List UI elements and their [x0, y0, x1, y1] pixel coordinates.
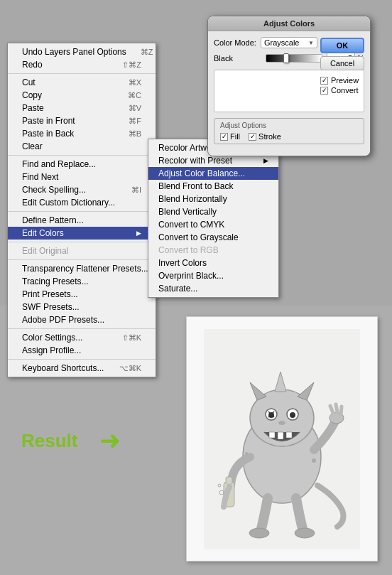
menu-item-edit-original[interactable]: Edit Original [8, 244, 156, 257]
edit-colors-submenu[interactable]: Recolor Artwork... Recolor with Preset A… [148, 139, 279, 298]
color-mode-label: Color Mode: [214, 38, 256, 47]
submenu-convert-grayscale[interactable]: Convert to Grayscale [148, 231, 278, 244]
submenu-saturate[interactable]: Saturate... [148, 282, 278, 295]
color-mode-select[interactable]: Grayscale ▼ [261, 37, 317, 48]
svg-rect-14 [286, 432, 292, 438]
stroke-label: Stroke [258, 132, 281, 141]
preview-label: Preview [331, 76, 359, 85]
separator [8, 242, 156, 242]
menu-item-swf[interactable]: SWF Presets... [8, 301, 156, 313]
menu-item-check-spelling[interactable]: Check Spelling... ⌘I [8, 183, 156, 196]
submenu-blend-horizontal[interactable]: Blend Horizontally [148, 193, 278, 205]
svg-rect-12 [269, 432, 275, 438]
adjust-options: Adjust Options ✓ Fill ✓ Stroke [214, 118, 364, 144]
dialog-buttons: OK Cancel ✓ Preview ✓ Convert [320, 38, 364, 96]
select-arrow-icon: ▼ [308, 40, 314, 46]
separator [8, 155, 156, 156]
submenu-blend-vertical[interactable]: Blend Vertically [148, 205, 278, 218]
menu-item-undo[interactable]: Undo Layers Panel Options ⌘Z [8, 45, 156, 58]
menu-item-color-settings[interactable]: Color Settings... ⇧⌘K [8, 331, 156, 344]
menu-item-paste-back[interactable]: Paste in Back ⌘B [8, 127, 156, 140]
submenu-overprint-black[interactable]: Overprint Black... [148, 269, 278, 282]
separator [8, 259, 156, 260]
separator [8, 73, 156, 74]
black-slider[interactable] [266, 54, 322, 63]
menu-item-edit-dict[interactable]: Edit Custom Dictionary... [8, 196, 156, 209]
fill-checkbox-item[interactable]: ✓ Fill [220, 132, 240, 141]
submenu-convert-cmyk[interactable]: Convert to CMYK [148, 218, 278, 231]
main-menu[interactable]: Undo Layers Panel Options ⌘Z Redo ⇧⌘Z Cu… [7, 43, 156, 377]
black-label: Black [214, 54, 233, 63]
submenu-blend-front[interactable]: Blend Front to Back [148, 180, 278, 193]
dialog-titlebar: Adjust Colors [208, 16, 370, 31]
menu-item-find-next[interactable]: Find Next [8, 171, 156, 183]
svg-rect-13 [278, 432, 283, 439]
menu-item-edit-colors[interactable]: Edit Colors [8, 227, 156, 240]
convert-label: Convert [331, 86, 359, 95]
result-image [186, 316, 378, 561]
top-section: Undo Layers Panel Options ⌘Z Redo ⇧⌘Z Cu… [0, 0, 392, 306]
menu-item-redo[interactable]: Redo ⇧⌘Z [8, 58, 156, 71]
menu-item-assign-profile[interactable]: Assign Profile... [8, 344, 156, 357]
cancel-button[interactable]: Cancel [320, 56, 364, 70]
menu-item-paste[interactable]: Paste ⌘V [8, 102, 156, 114]
preview-checkbox[interactable]: ✓ [320, 77, 328, 85]
convert-checkbox[interactable]: ✓ [320, 87, 328, 95]
result-arrow: ➜ [99, 426, 121, 456]
ok-button[interactable]: OK [320, 38, 364, 53]
adjust-options-title: Adjust Options [220, 122, 358, 129]
menu-item-paste-front[interactable]: Paste in Front ⌘F [8, 114, 156, 127]
fill-label: Fill [230, 132, 240, 141]
submenu-convert-rgb[interactable]: Convert to RGB [148, 244, 278, 257]
submenu-invert-colors[interactable]: Invert Colors [148, 257, 278, 269]
svg-point-8 [290, 412, 295, 418]
submenu-adjust-color-balance[interactable]: Adjust Color Balance... [148, 167, 278, 180]
menu-item-tracing[interactable]: Tracing Presets... [8, 275, 156, 288]
svg-point-27 [312, 458, 316, 463]
adjust-colors-dialog: Adjust Colors Color Mode: Grayscale ▼ Bl… [207, 16, 371, 156]
monster-illustration [204, 329, 360, 549]
menu-item-define-pattern[interactable]: Define Pattern... [8, 214, 156, 227]
menu-item-cut[interactable]: Cut ⌘X [8, 76, 156, 89]
result-label: Result [21, 429, 77, 451]
menu-item-pdf[interactable]: Adobe PDF Presets... [8, 313, 156, 326]
slider-thumb[interactable] [283, 53, 289, 63]
stroke-checkbox[interactable]: ✓ [249, 133, 256, 141]
svg-point-24 [249, 528, 269, 538]
preview-option[interactable]: ✓ Preview [320, 76, 364, 85]
menu-item-find-replace[interactable]: Find and Replace... [8, 158, 156, 171]
menu-item-print-presets[interactable]: Print Presets... [8, 288, 156, 301]
stroke-checkbox-item[interactable]: ✓ Stroke [249, 132, 281, 141]
menu-item-clear[interactable]: Clear [8, 140, 156, 153]
svg-line-23 [341, 407, 342, 414]
menu-item-keyboard[interactable]: Keyboard Shortcuts... ⌥⌘K [8, 362, 156, 375]
svg-line-22 [336, 404, 337, 412]
adjust-options-row: ✓ Fill ✓ Stroke [220, 132, 358, 141]
separator [8, 211, 156, 212]
svg-point-25 [295, 528, 315, 538]
svg-point-28 [245, 452, 248, 455]
menu-item-transparency[interactable]: Transparency Flattener Presets... [8, 262, 156, 275]
menu-item-copy[interactable]: Copy ⌘C [8, 89, 156, 102]
separator [8, 359, 156, 360]
separator [8, 328, 156, 329]
dialog-options: ✓ Preview ✓ Convert [320, 76, 364, 96]
convert-option[interactable]: ✓ Convert [320, 86, 364, 95]
svg-point-11 [278, 421, 285, 425]
fill-checkbox[interactable]: ✓ [220, 133, 228, 141]
